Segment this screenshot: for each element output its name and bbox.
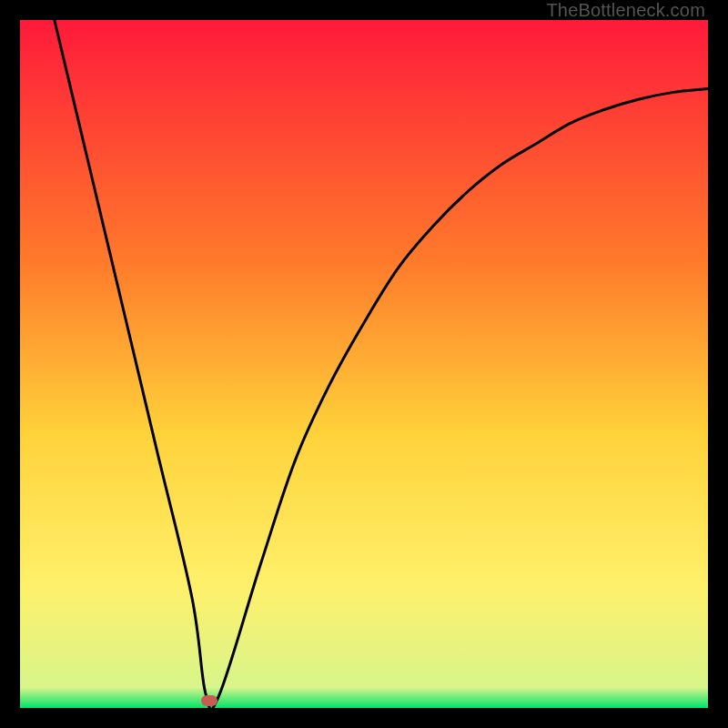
- svg-rect-0: [20, 20, 708, 708]
- plot-area: [20, 20, 708, 708]
- data-marker: [201, 695, 217, 706]
- chart-frame: [20, 20, 708, 708]
- watermark-text: TheBottleneck.com: [546, 0, 705, 21]
- gradient-background: [20, 20, 708, 708]
